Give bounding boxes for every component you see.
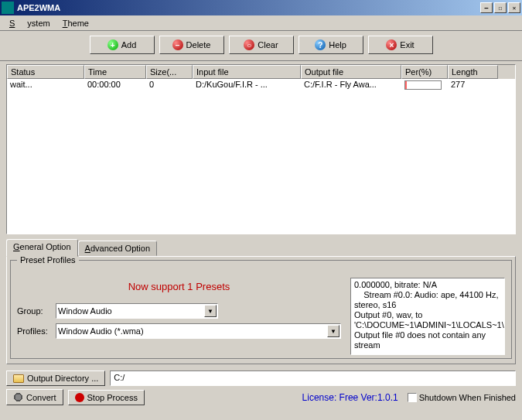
exit-button[interactable]: ×Exit	[368, 36, 433, 54]
plus-icon: +	[107, 39, 118, 50]
preset-fieldset: Preset Profiles Now support 1 Presets Gr…	[10, 260, 512, 359]
minus-icon: −	[172, 39, 183, 50]
col-per[interactable]: Per(%)	[401, 65, 448, 79]
shutdown-label: Shutdown When Finished	[419, 393, 516, 402]
tab-panel: Preset Profiles Now support 1 Presets Gr…	[6, 256, 516, 364]
output-row: Output Directory ... C:/	[6, 370, 516, 386]
menu-bar: System Theme	[0, 15, 522, 31]
close-button[interactable]: ✕	[508, 2, 520, 13]
maximize-button[interactable]: ☐	[494, 2, 507, 13]
cell-time: 00:00:00	[84, 79, 146, 91]
cell-status: wait...	[7, 79, 84, 91]
toolbar: +Add −Delete ○Clear ?Help ×Exit	[0, 31, 522, 61]
col-input[interactable]: Input file	[193, 65, 301, 79]
col-output[interactable]: Output file	[301, 65, 401, 79]
license-text: License: Free Ver:1.0.1	[302, 392, 398, 403]
group-label: Group:	[17, 306, 56, 316]
minimize-button[interactable]: —	[480, 2, 493, 13]
profiles-combo[interactable]: Window Audio (*.wma) ▼	[56, 323, 341, 339]
cell-input: D:/KuGou/F.I.R - ...	[193, 79, 301, 91]
stop-icon	[75, 393, 84, 402]
tab-advanced[interactable]: Advanced Option	[78, 241, 157, 256]
tab-general[interactable]: General Option	[6, 239, 78, 257]
delete-button[interactable]: −Delete	[159, 36, 224, 54]
help-button[interactable]: ?Help	[299, 36, 363, 54]
convert-button[interactable]: Convert	[6, 389, 63, 405]
menu-theme[interactable]: Theme	[56, 17, 95, 29]
col-length[interactable]: Length	[448, 65, 498, 79]
clear-button[interactable]: ○Clear	[229, 36, 294, 54]
app-icon	[2, 2, 14, 14]
file-grid: Status Time Size(... Input file Output f…	[6, 64, 516, 234]
menu-system[interactable]: System	[3, 17, 56, 29]
tab-bar: General Option Advanced Option	[6, 239, 516, 256]
exit-icon: ×	[386, 39, 397, 50]
table-row[interactable]: wait... 00:00:00 0 D:/KuGou/F.I.R - ... …	[7, 79, 515, 91]
col-status[interactable]: Status	[7, 65, 84, 79]
group-combo[interactable]: Window Audio ▼	[56, 303, 218, 319]
gear-icon	[13, 392, 23, 402]
window-title: APE2WMA	[17, 3, 480, 12]
stop-button[interactable]: Stop Process	[68, 390, 145, 405]
clear-icon: ○	[244, 39, 254, 50]
cell-length: 277	[448, 79, 498, 91]
chevron-down-icon: ▼	[327, 325, 339, 337]
cell-size: 0	[146, 79, 193, 91]
action-row: Convert Stop Process License: Free Ver:1…	[6, 389, 516, 405]
cell-output: C:/F.I.R - Fly Awa...	[301, 79, 401, 91]
col-size[interactable]: Size(...	[146, 65, 193, 79]
log-output: 0.000000, bitrate: N/A Stream #0.0: Audi…	[350, 278, 505, 355]
title-bar: APE2WMA — ☐ ✕	[0, 0, 522, 15]
cell-per	[401, 79, 448, 91]
add-button[interactable]: +Add	[90, 36, 155, 54]
output-path-input[interactable]: C:/	[110, 370, 516, 386]
grid-header: Status Time Size(... Input file Output f…	[7, 65, 515, 79]
folder-icon	[13, 374, 24, 383]
output-directory-button[interactable]: Output Directory ...	[6, 370, 105, 386]
shutdown-checkbox[interactable]	[408, 393, 417, 402]
preset-message: Now support 1 Presets	[17, 281, 341, 292]
progress-bar	[404, 80, 442, 90]
question-icon: ?	[315, 39, 326, 50]
col-time[interactable]: Time	[84, 65, 146, 79]
profiles-label: Profiles:	[17, 326, 56, 336]
chevron-down-icon: ▼	[204, 305, 217, 317]
